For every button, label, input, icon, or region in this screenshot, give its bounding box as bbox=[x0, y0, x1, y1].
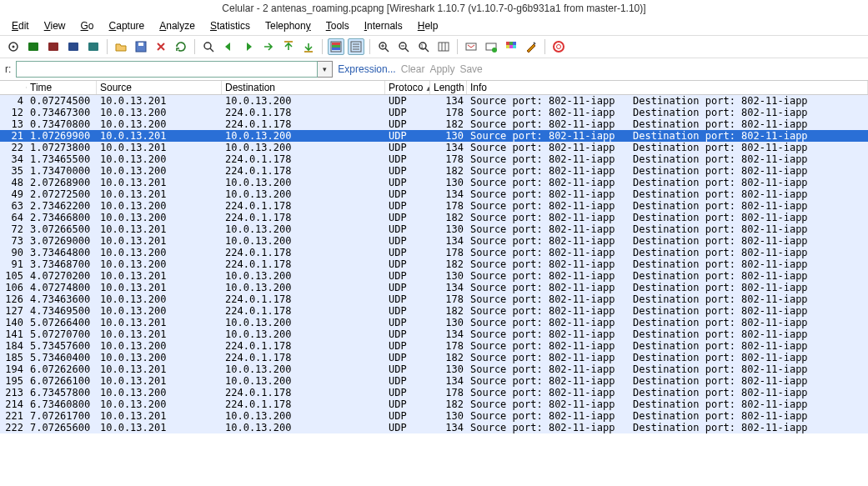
col-destination[interactable]: Destination bbox=[222, 81, 385, 94]
go-forward-button[interactable] bbox=[240, 38, 257, 55]
filter-apply-button[interactable]: Apply bbox=[429, 63, 454, 75]
filter-input[interactable] bbox=[16, 61, 318, 78]
filter-dropdown-button[interactable]: ▾ bbox=[318, 61, 333, 78]
packet-row[interactable]: 120.7346730010.0.13.200224.0.1.178UDP178… bbox=[0, 107, 868, 118]
cell-no: 106 bbox=[0, 282, 27, 293]
capture-filters-button[interactable] bbox=[463, 38, 479, 55]
cell-time: 7.07265600 bbox=[27, 422, 97, 433]
menu-help[interactable]: Help bbox=[411, 18, 445, 33]
menu-view[interactable]: View bbox=[38, 18, 73, 33]
close-button[interactable] bbox=[153, 38, 169, 55]
capture-stop-button[interactable] bbox=[65, 38, 82, 55]
packet-row[interactable]: 632.7346220010.0.13.200224.0.1.178UDP178… bbox=[0, 200, 868, 212]
colorize-button[interactable] bbox=[328, 38, 344, 55]
zoom-out-button[interactable] bbox=[395, 38, 412, 55]
col-time[interactable]: Time bbox=[27, 81, 97, 94]
packet-row[interactable]: 2227.0726560010.0.13.20110.0.13.200UDP13… bbox=[0, 422, 868, 433]
menu-statistics[interactable]: Statistics bbox=[203, 18, 257, 33]
packet-row[interactable]: 221.0727380010.0.13.20110.0.13.200UDP134… bbox=[0, 142, 868, 153]
zoom-reset-button[interactable]: 1 bbox=[415, 38, 432, 55]
go-back-button[interactable] bbox=[220, 38, 237, 55]
packet-list[interactable]: 40.0727450010.0.13.20110.0.13.200UDP134S… bbox=[0, 95, 868, 433]
packet-row[interactable]: 1274.7346950010.0.13.200224.0.1.178UDP18… bbox=[0, 305, 868, 317]
packet-row[interactable]: 351.7347000010.0.13.200224.0.1.178UDP182… bbox=[0, 165, 868, 177]
packet-row[interactable]: 1946.0726260010.0.13.20110.0.13.200UDP13… bbox=[0, 363, 868, 375]
packet-row[interactable]: 733.0726900010.0.13.20110.0.13.200UDP134… bbox=[0, 235, 868, 247]
packet-row[interactable]: 1405.0726640010.0.13.20110.0.13.200UDP13… bbox=[0, 317, 868, 328]
cell-source: 10.0.13.201 bbox=[97, 422, 222, 433]
cell-protocol: UDP bbox=[385, 340, 430, 352]
packet-row[interactable]: 1855.7346040010.0.13.200224.0.1.178UDP18… bbox=[0, 352, 868, 363]
autoscroll-button[interactable] bbox=[348, 38, 364, 55]
packet-row[interactable]: 903.7346480010.0.13.200224.0.1.178UDP178… bbox=[0, 247, 868, 258]
packet-row[interactable]: 1054.0727020010.0.13.20110.0.13.200UDP13… bbox=[0, 270, 868, 282]
packet-row[interactable]: 2136.7345780010.0.13.200224.0.1.178UDP17… bbox=[0, 387, 868, 398]
filter-clear-button[interactable]: Clear bbox=[401, 63, 425, 75]
capture-interfaces-button[interactable] bbox=[5, 38, 22, 55]
col-source[interactable]: Source bbox=[97, 81, 222, 94]
menu-internals[interactable]: Internals bbox=[358, 18, 409, 33]
packet-row[interactable]: 723.0726650010.0.13.20110.0.13.200UDP130… bbox=[0, 223, 868, 235]
packet-row[interactable]: 1064.0727480010.0.13.20110.0.13.200UDP13… bbox=[0, 282, 868, 293]
cell-protocol: UDP bbox=[385, 258, 430, 270]
packet-row[interactable]: 130.7347080010.0.13.200224.0.1.178UDP182… bbox=[0, 118, 868, 130]
filter-save-button[interactable]: Save bbox=[459, 63, 482, 75]
go-last-button[interactable] bbox=[300, 38, 317, 55]
capture-start-button[interactable] bbox=[45, 38, 62, 55]
packet-row[interactable]: 1264.7346360010.0.13.200224.0.1.178UDP17… bbox=[0, 293, 868, 305]
packet-row[interactable]: 341.7346550010.0.13.200224.0.1.178UDP178… bbox=[0, 153, 868, 165]
cell-no: 195 bbox=[0, 375, 27, 387]
resize-columns-button[interactable] bbox=[435, 38, 452, 55]
packet-row[interactable]: 2217.0726170010.0.13.20110.0.13.200UDP13… bbox=[0, 410, 868, 422]
help-button[interactable] bbox=[550, 38, 567, 55]
coloring-rules-button[interactable] bbox=[503, 38, 519, 55]
save-button[interactable] bbox=[133, 38, 149, 55]
col-protocol[interactable]: Protoco bbox=[385, 81, 430, 94]
menu-go[interactable]: Go bbox=[74, 18, 101, 33]
goto-button[interactable] bbox=[260, 38, 277, 55]
cell-time: 3.07266500 bbox=[27, 223, 97, 235]
cell-no: 221 bbox=[0, 410, 27, 422]
packet-row[interactable]: 1845.7345760010.0.13.200224.0.1.178UDP17… bbox=[0, 340, 868, 352]
open-button[interactable] bbox=[113, 38, 129, 55]
packet-row[interactable]: 482.0726890010.0.13.20110.0.13.200UDP130… bbox=[0, 177, 868, 188]
menu-telephony[interactable]: Telephony bbox=[258, 18, 318, 33]
packet-row[interactable]: 1956.0726610010.0.13.20110.0.13.200UDP13… bbox=[0, 375, 868, 387]
col-no[interactable] bbox=[0, 87, 27, 88]
col-info[interactable]: Info bbox=[467, 81, 868, 94]
packet-row[interactable]: 642.7346680010.0.13.200224.0.1.178UDP182… bbox=[0, 212, 868, 223]
find-button[interactable] bbox=[200, 38, 217, 55]
packet-row[interactable]: 40.0727450010.0.13.20110.0.13.200UDP134S… bbox=[0, 95, 868, 107]
capture-options-button[interactable] bbox=[25, 38, 42, 55]
menu-capture[interactable]: Capture bbox=[103, 18, 152, 33]
packet-list-header[interactable]: Time Source Destination Protoco Length I… bbox=[0, 80, 868, 95]
svg-rect-41 bbox=[513, 45, 516, 48]
menu-edit[interactable]: Edit bbox=[5, 18, 36, 33]
cell-source: 10.0.13.200 bbox=[97, 247, 222, 258]
packet-row[interactable]: 492.0727250010.0.13.20110.0.13.200UDP134… bbox=[0, 188, 868, 200]
menu-analyze[interactable]: Analyze bbox=[153, 18, 202, 33]
reload-button[interactable] bbox=[173, 38, 189, 55]
cell-length: 178 bbox=[430, 153, 467, 165]
preferences-button[interactable] bbox=[523, 38, 539, 55]
packet-row[interactable]: 913.7346870010.0.13.200224.0.1.178UDP182… bbox=[0, 258, 868, 270]
packet-row[interactable]: 1415.0727070010.0.13.20110.0.13.200UDP13… bbox=[0, 328, 868, 340]
col-length[interactable]: Length bbox=[430, 81, 467, 94]
menu-tools[interactable]: Tools bbox=[319, 18, 356, 33]
svg-line-25 bbox=[405, 48, 409, 52]
cell-no: 184 bbox=[0, 340, 27, 352]
cell-length: 134 bbox=[430, 375, 467, 387]
go-first-button[interactable] bbox=[280, 38, 297, 55]
separator bbox=[107, 39, 108, 54]
separator bbox=[457, 39, 458, 54]
cell-protocol: UDP bbox=[385, 118, 430, 130]
cell-source: 10.0.13.201 bbox=[97, 130, 222, 142]
capture-restart-button[interactable] bbox=[85, 38, 102, 55]
zoom-in-button[interactable] bbox=[375, 38, 392, 55]
cell-protocol: UDP bbox=[385, 142, 430, 153]
packet-row[interactable]: 2146.7346080010.0.13.200224.0.1.178UDP18… bbox=[0, 398, 868, 410]
cell-source: 10.0.13.200 bbox=[97, 340, 222, 352]
filter-expression-button[interactable]: Expression... bbox=[338, 63, 395, 75]
packet-row[interactable]: 211.0726990010.0.13.20110.0.13.200UDP130… bbox=[0, 130, 868, 142]
display-filters-button[interactable] bbox=[483, 38, 499, 55]
